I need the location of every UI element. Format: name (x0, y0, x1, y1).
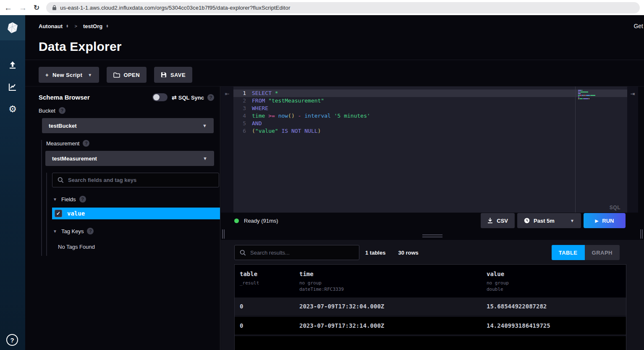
bucket-dropdown[interactable]: testBucket ▼ (42, 118, 214, 133)
empty-table-row (235, 336, 626, 350)
editor-language-label: SQL (610, 205, 620, 211)
get-link[interactable]: Get (634, 23, 643, 29)
open-button[interactable]: OPEN (107, 67, 147, 83)
play-icon: ▶ (595, 218, 599, 223)
sql-sync-toggle[interactable] (152, 93, 168, 101)
save-disk-icon (161, 72, 167, 78)
line-number: 1 (233, 89, 246, 97)
schema-search-input[interactable]: Search fields and tag keys (52, 173, 219, 187)
table-column-header: valueno groupdouble (487, 271, 626, 292)
editor-collapse-strip[interactable]: ⇤ (221, 87, 233, 213)
table-view-button[interactable]: TABLE (552, 245, 585, 260)
settings-gear-icon[interactable]: ⚙ (0, 98, 25, 120)
measurement-help-icon[interactable]: ? (83, 140, 89, 147)
fields-help-icon[interactable]: ? (79, 196, 86, 203)
schema-browser-panel: Schema Browser ⇄SQL Sync ? Bucket ? test… (25, 87, 220, 350)
minimap-divider (575, 87, 576, 213)
table-column-header: timeno groupdateTime:RFC3339 (299, 271, 487, 292)
browser-reload-icon[interactable]: ↻ (34, 3, 39, 12)
editor-expand-strip[interactable]: ⇥ (627, 87, 638, 213)
chevron-down-icon: ▼ (203, 156, 207, 161)
chevron-down-icon: ▼ (202, 123, 207, 128)
field-value-row[interactable]: ✓ value (52, 208, 220, 219)
app-content: Autonaut ▲▼ > testOrg ▲▼ Get Data Explor… (25, 15, 644, 350)
data-explorer-icon[interactable] (0, 76, 25, 98)
center-drag-handle[interactable] (422, 234, 442, 239)
new-script-button[interactable]: + New Script ▼ (39, 67, 99, 83)
value-checkbox[interactable]: ✓ (55, 210, 62, 217)
time-range-dropdown[interactable]: Past 5m ▼ (517, 213, 581, 228)
browser-url-bar[interactable]: us-east-1-1.aws.cloud2.influxdata.com/or… (46, 2, 640, 13)
code-line[interactable]: 2FROM "testMeasurement" (233, 97, 638, 105)
collapse-caret-icon: ▼ (53, 229, 57, 234)
results-table[interactable]: table_resulttimeno groupdateTime:RFC3339… (234, 264, 626, 350)
upload-data-icon[interactable] (0, 54, 25, 76)
chevron-down-icon: ▼ (570, 218, 574, 223)
bucket-label: Bucket (39, 108, 55, 114)
view-toggle: TABLE GRAPH (552, 245, 620, 260)
left-resize-handle[interactable] (222, 229, 225, 239)
editor-results-pane: ⇤ 1SELECT *2FROM "testMeasurement"3WHERE… (221, 87, 644, 350)
table-row[interactable]: 02023-07-09T17:32:14.000Z14.240993186419… (235, 317, 626, 334)
org-switcher-icon[interactable]: ▲▼ (66, 24, 68, 28)
plus-icon: + (45, 72, 49, 78)
search-icon (240, 250, 246, 256)
fields-section-header[interactable]: ▼ Fields ? (47, 187, 220, 203)
no-tags-found-text: No Tags Found (47, 234, 220, 250)
query-status-text: Ready (91ms) (244, 218, 278, 224)
save-button[interactable]: SAVE (154, 67, 192, 83)
sql-sync-label: ⇄SQL Sync (172, 94, 204, 101)
results-panel: Search results... 1 tables 30 rows TABLE… (221, 240, 644, 350)
expand-right-icon[interactable]: ⇥ (631, 91, 635, 97)
sql-sync-help-icon[interactable]: ? (207, 94, 214, 101)
tag-keys-help-icon[interactable]: ? (87, 228, 94, 234)
rows-count: 30 rows (398, 250, 418, 256)
csv-download-button[interactable]: CSV (481, 213, 515, 228)
query-status-bar: Ready (91ms) CSV Past 5m ▼ (221, 213, 644, 229)
breadcrumb-suborg[interactable]: testOrg (83, 23, 102, 29)
breadcrumb-org[interactable]: Autonaut (39, 23, 63, 29)
org-breadcrumb-bar: Autonaut ▲▼ > testOrg ▲▼ Get (25, 15, 644, 34)
run-button[interactable]: ▶ RUN (584, 213, 626, 228)
status-dot-icon (234, 218, 239, 223)
browser-forward-icon[interactable]: → (19, 4, 27, 12)
folder-icon (113, 72, 120, 78)
influxdb-logo[interactable] (0, 15, 25, 40)
collapse-caret-icon: ▼ (53, 197, 57, 202)
table-row[interactable]: 02023-07-09T17:32:04.000Z15.685449220872… (235, 297, 626, 315)
editor-minimap[interactable] (578, 90, 603, 100)
sql-editor[interactable]: ⇤ 1SELECT *2FROM "testMeasurement"3WHERE… (221, 87, 638, 213)
lock-icon (52, 5, 57, 11)
line-number: 3 (233, 105, 246, 112)
line-number: 5 (233, 120, 246, 127)
results-table-header: table_resulttimeno groupdateTime:RFC3339… (235, 265, 626, 297)
right-resize-handle[interactable] (640, 229, 643, 239)
collapse-left-icon[interactable]: ⇤ (225, 91, 230, 97)
pane-resize-divider[interactable] (221, 229, 644, 240)
browser-back-icon[interactable]: ← (4, 4, 12, 12)
search-icon (58, 177, 64, 183)
sync-arrows-icon: ⇄ (172, 94, 177, 101)
line-number: 6 (233, 127, 246, 135)
results-search-input[interactable]: Search results... (234, 245, 359, 260)
bucket-help-icon[interactable]: ? (59, 107, 65, 114)
code-area[interactable]: 1SELECT *2FROM "testMeasurement"3WHERE4t… (233, 87, 638, 213)
browser-chrome: ← → ↻ us-east-1-1.aws.cloud2.influxdata.… (0, 0, 644, 15)
download-icon (487, 218, 493, 224)
code-line[interactable]: 3WHERE (233, 105, 638, 112)
breadcrumb-separator-icon: > (74, 24, 77, 29)
code-line[interactable]: 5AND (233, 120, 638, 127)
sidebar: ⚙ ? (0, 15, 25, 350)
suborg-switcher-icon[interactable]: ▲▼ (106, 24, 108, 28)
code-line[interactable]: 6("value" IS NOT NULL) (233, 127, 638, 135)
graph-view-button[interactable]: GRAPH (585, 245, 620, 260)
tables-count: 1 tables (365, 250, 385, 256)
help-icon[interactable]: ? (6, 334, 18, 346)
measurement-label: Measurement (46, 140, 79, 147)
table-column-header: table_result (240, 271, 299, 292)
code-line[interactable]: 4time >= now() - interval '5 minutes' (233, 112, 638, 120)
schema-browser-title: Schema Browser (39, 94, 90, 101)
measurement-dropdown[interactable]: testMeasurement ▼ (45, 151, 214, 166)
tag-keys-section-header[interactable]: ▼ Tag Keys ? (47, 219, 220, 234)
code-line[interactable]: 1SELECT * (233, 89, 638, 97)
